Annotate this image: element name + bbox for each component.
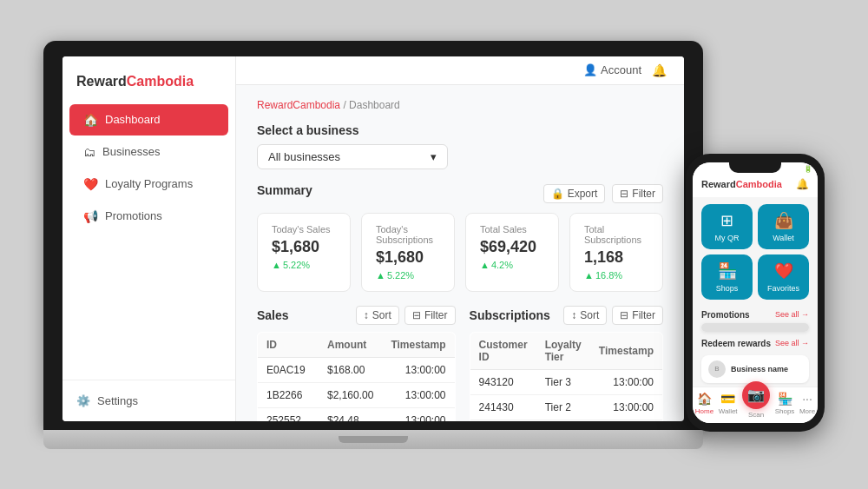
card-label-1: Today's Subscriptions <box>376 224 440 245</box>
up-arrow-icon-0: ▲ <box>272 260 281 270</box>
bottom-nav-label-scan: Scan <box>748 411 764 419</box>
bottom-nav-label-more: More <box>799 407 815 415</box>
sales-title: Sales <box>257 308 289 322</box>
account-label: Account <box>601 63 641 76</box>
sidebar-item-businesses[interactable]: 🗂 Businesses <box>69 136 228 168</box>
subs-cell-tier: Tier 3 <box>536 420 590 421</box>
tables-row: Sales ↕ Sort ⊟ <box>257 306 663 421</box>
card-value-1: $1,680 <box>376 248 440 267</box>
up-arrow-icon-1: ▲ <box>376 270 385 281</box>
brand-name-part1: Reward <box>76 74 127 89</box>
up-arrow-icon-3: ▲ <box>584 270 594 281</box>
phone-logo: RewardCambodia <box>701 179 782 189</box>
card-change-2: ▲ 4.2% <box>480 260 544 270</box>
phone-grid-wallet[interactable]: 👜 Wallet <box>758 204 809 249</box>
phone-brand-part2: Cambodia <box>736 179 782 189</box>
subs-cell-customer-id: 003153 <box>470 420 536 421</box>
brand-name-part2: Cambodia <box>127 74 194 89</box>
bottom-nav-more[interactable]: ··· More <box>799 392 815 419</box>
subs-col-tier: Loyalty Tier <box>536 332 590 369</box>
subs-cell-timestamp: 13:00:00 <box>590 394 663 420</box>
breadcrumb-separator: / <box>343 99 345 111</box>
laptop-bezel: RewardCambodia 🏠 Dashboard 🗂 Businesses <box>43 41 703 430</box>
card-total-subscriptions: Total Subscriptions 1,168 ▲ 16.8% <box>569 213 663 292</box>
scan-button[interactable]: 📷 <box>742 381 770 409</box>
app-header: 👤 Account 🔔 <box>236 56 684 85</box>
redeem-label: Redeem rewards <box>701 335 771 352</box>
account-button[interactable]: 👤 Account <box>583 63 641 76</box>
filter-icon-sales: ⊟ <box>412 309 421 321</box>
laptop-notch <box>339 436 408 443</box>
summary-actions: 🔒 Export ⊟ Filter <box>543 184 663 203</box>
bottom-nav-shops[interactable]: 🏪 Shops <box>775 392 795 419</box>
home-icon: 🏠 <box>83 113 98 127</box>
sort-icon-sales: ↕ <box>364 309 369 321</box>
subs-col-timestamp: Timestamp <box>590 332 663 369</box>
business-select-value: All businesses <box>268 150 340 163</box>
redeem-business-name: Business name <box>731 365 788 373</box>
subs-cell-customer-id: 943120 <box>470 369 536 394</box>
promotions-header: Promotions See all → <box>693 307 818 323</box>
favorites-icon: ❤️ <box>774 261 793 281</box>
phone-grid-label-0: My QR <box>715 234 740 242</box>
card-value-2: $69,420 <box>480 238 544 256</box>
table-row: E0AC19 $168.00 13:00:00 <box>258 357 456 382</box>
bottom-nav-scan[interactable]: 📷 Scan <box>742 392 770 419</box>
breadcrumb-current: Dashboard <box>349 99 400 111</box>
wallet-nav-icon: 💳 <box>720 392 735 406</box>
summary-header: Summary 🔒 Export ⊟ Filter <box>257 183 663 204</box>
breadcrumb-root[interactable]: RewardCambodia <box>257 99 340 111</box>
sidebar-item-promotions[interactable]: 📢 Promotions <box>69 201 228 232</box>
card-total-sales: Total Sales $69,420 ▲ 4.2% <box>465 213 559 292</box>
card-change-0: ▲ 5.22% <box>272 260 336 270</box>
sales-cell-timestamp: 13:00:00 <box>382 382 455 407</box>
filter-button-summary[interactable]: ⊟ Filter <box>612 184 663 203</box>
table-row: 943120 Tier 3 13:00:00 <box>470 369 662 394</box>
phone-grid-label-1: Wallet <box>773 234 794 242</box>
subscriptions-sort-button[interactable]: ↕ Sort <box>563 306 607 325</box>
table-row: 241430 Tier 2 13:00:00 <box>470 394 662 420</box>
subscriptions-table: Customer ID Loyalty Tier Timestamp 94312… <box>470 332 663 421</box>
phone-grid-favorites[interactable]: ❤️ Favorites <box>758 254 809 300</box>
sales-cell-amount: $2,160.00 <box>319 382 382 407</box>
bottom-nav-wallet[interactable]: 💳 Wallet <box>719 392 738 419</box>
bell-button[interactable]: 🔔 <box>652 63 667 77</box>
settings-label: Settings <box>97 394 138 407</box>
sales-sort-button[interactable]: ↕ Sort <box>356 306 399 325</box>
business-select-dropdown[interactable]: All businesses ▾ <box>257 144 448 169</box>
phone-bell[interactable]: 🔔 <box>796 178 809 190</box>
settings-item[interactable]: ⚙️ Settings <box>76 389 221 413</box>
subs-cell-tier: Tier 2 <box>536 394 590 420</box>
sidebar-item-loyalty-programs[interactable]: ❤️ Loyalty Programs <box>69 169 228 200</box>
laptop: RewardCambodia 🏠 Dashboard 🗂 Businesses <box>43 41 703 449</box>
phone-grid-label-2: Shops <box>716 284 739 293</box>
bottom-nav-home[interactable]: 🏠 Home <box>695 392 713 419</box>
promotions-see-all[interactable]: See all → <box>775 310 818 319</box>
card-value-0: $1,680 <box>272 238 336 256</box>
export-button[interactable]: 🔒 Export <box>543 184 606 203</box>
sidebar-item-label-promotions: Promotions <box>105 209 162 222</box>
phone-grid-my-qr[interactable]: ⊞ My QR <box>701 204 753 249</box>
laptop-base <box>43 430 703 449</box>
redeem-see-all[interactable]: See all → <box>775 339 809 347</box>
phone-frame: 9:41 ▐▐▐ WiFi 🔋 RewardCambodia 🔔 ⊞ My Q <box>686 154 825 432</box>
phone-grid-shops[interactable]: 🏪 Shops <box>701 254 753 300</box>
subs-cell-timestamp: 13:00:00 <box>590 420 663 421</box>
summary-title: Summary <box>257 183 312 197</box>
card-label-0: Today's Sales <box>272 224 336 235</box>
home-nav-icon: 🏠 <box>697 392 712 406</box>
sidebar-item-dashboard[interactable]: 🏠 Dashboard <box>69 104 228 135</box>
bottom-nav-label-shops: Shops <box>775 407 795 415</box>
card-label-2: Total Sales <box>480 224 544 235</box>
breadcrumb: RewardCambodia / Dashboard <box>257 99 663 111</box>
card-change-1: ▲ 5.22% <box>376 270 440 281</box>
sales-table: ID Amount Timestamp E0AC19 $168.00 13:00… <box>257 332 456 421</box>
phone-promotion-card[interactable]: PROMOTION B Business name Held until 25 … <box>701 323 809 332</box>
sales-cell-amount: $168.00 <box>319 357 382 382</box>
sales-filter-button[interactable]: ⊟ Filter <box>404 306 456 325</box>
businesses-icon: 🗂 <box>83 145 95 159</box>
table-row: 1B2266 $2,160.00 13:00:00 <box>258 382 456 407</box>
subscriptions-filter-button[interactable]: ⊟ Filter <box>612 306 663 325</box>
redeem-card[interactable]: B Business name <box>701 355 809 383</box>
qr-icon: ⊞ <box>720 211 733 230</box>
